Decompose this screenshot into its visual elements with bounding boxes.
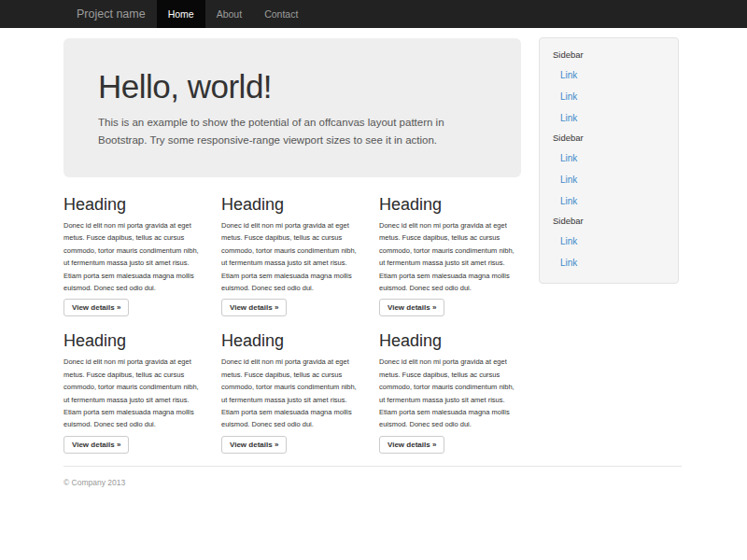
nav-item-home[interactable]: Home — [157, 0, 205, 28]
card-body-text: Donec id elit non mi porta gravida at eg… — [63, 219, 204, 294]
sidebar-link[interactable]: Link — [540, 147, 678, 169]
view-details-button[interactable]: View details » — [379, 299, 444, 316]
view-details-button[interactable]: View details » — [379, 436, 444, 454]
card-4: Heading Donec id elit non mi porta gravi… — [63, 330, 204, 453]
top-navbar: Project name Home About Contact — [0, 0, 747, 28]
main-column: Hello, world! This is an example to show… — [63, 38, 521, 487]
card-heading: Heading — [379, 330, 519, 351]
sidebar-link[interactable]: Link — [540, 86, 678, 107]
sidebar-panel: Sidebar Link Link Link Sidebar Link Link… — [539, 37, 679, 284]
sidebar-group-1: Sidebar Link Link Link — [540, 46, 678, 129]
nav-item-about[interactable]: About — [205, 0, 253, 28]
view-details-button[interactable]: View details » — [221, 436, 287, 454]
sidebar-group-title: Sidebar — [540, 46, 678, 64]
footer-divider — [63, 466, 682, 467]
page-container: Hello, world! This is an example to show… — [63, 38, 682, 487]
card-2: Heading Donec id elit non mi porta gravi… — [221, 194, 361, 316]
card-heading: Heading — [379, 194, 519, 215]
sidebar-group-2: Sidebar Link Link Link — [540, 129, 678, 212]
card-3: Heading Donec id elit non mi porta gravi… — [379, 194, 519, 316]
jumbotron: Hello, world! This is an example to show… — [63, 38, 521, 177]
page-title: Hello, world! — [98, 68, 486, 105]
card-5: Heading Donec id elit non mi porta gravi… — [221, 330, 361, 453]
view-details-button[interactable]: View details » — [63, 299, 129, 316]
card-body-text: Donec id elit non mi porta gravida at eg… — [63, 356, 204, 430]
copyright-text: © Company 2013 — [63, 478, 682, 487]
navbar-nav: Home About Contact — [157, 0, 310, 28]
sidebar-group-title: Sidebar — [540, 212, 678, 231]
card-body-text: Donec id elit non mi porta gravida at eg… — [221, 356, 361, 430]
sidebar-link[interactable]: Link — [540, 64, 678, 86]
sidebar-link[interactable]: Link — [540, 252, 678, 273]
navbar-brand[interactable]: Project name — [77, 0, 157, 28]
sidebar-group-title: Sidebar — [540, 129, 678, 147]
card-body-text: Donec id elit non mi porta gravida at eg… — [379, 356, 519, 430]
card-1: Heading Donec id elit non mi porta gravi… — [63, 194, 204, 316]
footer: © Company 2013 — [63, 466, 682, 487]
view-details-button[interactable]: View details » — [63, 436, 129, 454]
sidebar-link[interactable]: Link — [540, 107, 678, 129]
card-heading: Heading — [221, 330, 361, 351]
card-heading: Heading — [221, 194, 361, 215]
card-body-text: Donec id elit non mi porta gravida at eg… — [379, 219, 519, 294]
card-heading: Heading — [63, 194, 204, 215]
sidebar-link[interactable]: Link — [540, 231, 678, 252]
nav-item-contact[interactable]: Contact — [253, 0, 309, 28]
cards-grid: Heading Donec id elit non mi porta gravi… — [63, 194, 521, 454]
card-body-text: Donec id elit non mi porta gravida at eg… — [221, 219, 361, 294]
sidebar-link[interactable]: Link — [540, 190, 678, 212]
view-details-button[interactable]: View details » — [221, 299, 287, 316]
card-6: Heading Donec id elit non mi porta gravi… — [379, 330, 519, 453]
card-heading: Heading — [63, 330, 204, 351]
jumbotron-description: This is an example to show the potential… — [98, 114, 486, 149]
sidebar-link[interactable]: Link — [540, 169, 678, 190]
sidebar-group-3: Sidebar Link Link — [540, 212, 678, 273]
